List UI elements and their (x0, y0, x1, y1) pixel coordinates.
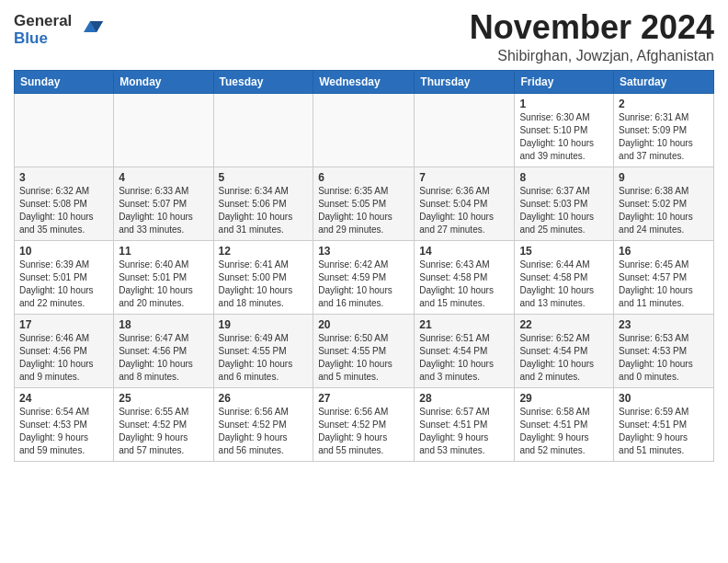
logo-text: General Blue (14, 13, 104, 47)
weekday-header-saturday: Saturday (614, 70, 714, 93)
calendar-cell: 25Sunrise: 6:55 AMSunset: 4:52 PMDayligh… (114, 387, 213, 461)
day-info: Sunrise: 6:51 AMSunset: 4:54 PMDaylight:… (419, 332, 509, 384)
day-number: 4 (119, 171, 208, 184)
day-info: Sunrise: 6:55 AMSunset: 4:52 PMDaylight:… (119, 406, 208, 457)
day-info: Sunrise: 6:31 AMSunset: 5:09 PMDaylight:… (619, 111, 709, 163)
calendar-cell (213, 93, 313, 167)
calendar-cell: 24Sunrise: 6:54 AMSunset: 4:53 PMDayligh… (15, 387, 114, 461)
day-info: Sunrise: 6:37 AMSunset: 5:03 PMDaylight:… (519, 185, 609, 236)
day-number: 27 (318, 392, 409, 405)
calendar-cell (15, 93, 114, 167)
day-number: 1 (519, 98, 609, 110)
day-info: Sunrise: 6:35 AMSunset: 5:05 PMDaylight:… (318, 185, 409, 236)
calendar-cell: 5Sunrise: 6:34 AMSunset: 5:06 PMDaylight… (213, 167, 313, 240)
day-info: Sunrise: 6:45 AMSunset: 4:57 PMDaylight:… (619, 259, 709, 310)
day-number: 16 (619, 245, 709, 258)
calendar-cell: 29Sunrise: 6:58 AMSunset: 4:51 PMDayligh… (515, 387, 614, 461)
day-number: 25 (119, 392, 208, 405)
day-info: Sunrise: 6:36 AMSunset: 5:04 PMDaylight:… (419, 185, 509, 236)
calendar-cell: 23Sunrise: 6:53 AMSunset: 4:53 PMDayligh… (614, 314, 714, 387)
calendar-cell: 13Sunrise: 6:42 AMSunset: 4:59 PMDayligh… (313, 240, 415, 314)
calendar-cell: 6Sunrise: 6:35 AMSunset: 5:05 PMDaylight… (313, 167, 415, 240)
calendar-header-row: SundayMondayTuesdayWednesdayThursdayFrid… (15, 70, 714, 93)
day-number: 29 (519, 392, 609, 405)
day-info: Sunrise: 6:30 AMSunset: 5:10 PMDaylight:… (519, 111, 609, 163)
day-info: Sunrise: 6:50 AMSunset: 4:55 PMDaylight:… (318, 332, 409, 384)
day-number: 12 (219, 245, 309, 258)
day-info: Sunrise: 6:53 AMSunset: 4:53 PMDaylight:… (619, 332, 709, 384)
calendar-cell: 21Sunrise: 6:51 AMSunset: 4:54 PMDayligh… (415, 314, 515, 387)
calendar-cell: 27Sunrise: 6:56 AMSunset: 4:52 PMDayligh… (313, 387, 415, 461)
calendar-cell: 19Sunrise: 6:49 AMSunset: 4:55 PMDayligh… (213, 314, 313, 387)
calendar-cell: 1Sunrise: 6:30 AMSunset: 5:10 PMDaylight… (515, 93, 614, 167)
calendar-cell (313, 93, 415, 167)
calendar-cell: 30Sunrise: 6:59 AMSunset: 4:51 PMDayligh… (614, 387, 714, 461)
day-number: 7 (419, 171, 509, 184)
calendar-cell: 18Sunrise: 6:47 AMSunset: 4:56 PMDayligh… (114, 314, 213, 387)
location-title: Shibirghan, Jowzjan, Afghanistan (470, 48, 714, 64)
day-info: Sunrise: 6:54 AMSunset: 4:53 PMDaylight:… (19, 406, 108, 457)
day-number: 22 (519, 318, 609, 331)
day-info: Sunrise: 6:46 AMSunset: 4:56 PMDaylight:… (19, 332, 108, 384)
day-info: Sunrise: 6:57 AMSunset: 4:51 PMDaylight:… (419, 406, 509, 457)
logo-icon (76, 12, 104, 40)
day-number: 9 (619, 171, 709, 184)
calendar-cell: 15Sunrise: 6:44 AMSunset: 4:58 PMDayligh… (515, 240, 614, 314)
calendar-cell: 16Sunrise: 6:45 AMSunset: 4:57 PMDayligh… (614, 240, 714, 314)
calendar-cell: 14Sunrise: 6:43 AMSunset: 4:58 PMDayligh… (415, 240, 515, 314)
calendar-week-row: 3Sunrise: 6:32 AMSunset: 5:08 PMDaylight… (15, 167, 714, 240)
logo-general: General (14, 12, 72, 29)
day-info: Sunrise: 6:56 AMSunset: 4:52 PMDaylight:… (318, 406, 409, 457)
day-number: 26 (219, 392, 309, 405)
weekday-header-sunday: Sunday (15, 70, 114, 93)
calendar-cell (415, 93, 515, 167)
calendar-cell: 28Sunrise: 6:57 AMSunset: 4:51 PMDayligh… (415, 387, 515, 461)
day-info: Sunrise: 6:42 AMSunset: 4:59 PMDaylight:… (318, 259, 409, 310)
day-info: Sunrise: 6:33 AMSunset: 5:07 PMDaylight:… (119, 185, 208, 236)
day-number: 3 (19, 171, 108, 184)
day-number: 28 (419, 392, 509, 405)
day-number: 2 (619, 98, 709, 110)
calendar-cell: 20Sunrise: 6:50 AMSunset: 4:55 PMDayligh… (313, 314, 415, 387)
day-number: 17 (19, 318, 108, 331)
day-info: Sunrise: 6:32 AMSunset: 5:08 PMDaylight:… (19, 185, 108, 236)
header: General Blue November 2024 Shibirghan, J… (14, 9, 714, 64)
day-info: Sunrise: 6:44 AMSunset: 4:58 PMDaylight:… (519, 259, 609, 310)
calendar-cell (114, 93, 213, 167)
calendar-cell: 22Sunrise: 6:52 AMSunset: 4:54 PMDayligh… (515, 314, 614, 387)
weekday-header-friday: Friday (515, 70, 614, 93)
weekday-header-thursday: Thursday (415, 70, 515, 93)
month-title: November 2024 (470, 9, 714, 46)
weekday-header-tuesday: Tuesday (213, 70, 313, 93)
day-info: Sunrise: 6:58 AMSunset: 4:51 PMDaylight:… (519, 406, 609, 457)
calendar-cell: 2Sunrise: 6:31 AMSunset: 5:09 PMDaylight… (614, 93, 714, 167)
day-number: 13 (318, 245, 409, 258)
day-number: 21 (419, 318, 509, 331)
day-info: Sunrise: 6:56 AMSunset: 4:52 PMDaylight:… (219, 406, 309, 457)
calendar-cell: 3Sunrise: 6:32 AMSunset: 5:08 PMDaylight… (15, 167, 114, 240)
calendar-cell: 11Sunrise: 6:40 AMSunset: 5:01 PMDayligh… (114, 240, 213, 314)
calendar-cell: 12Sunrise: 6:41 AMSunset: 5:00 PMDayligh… (213, 240, 313, 314)
weekday-header-monday: Monday (114, 70, 213, 93)
calendar-cell: 8Sunrise: 6:37 AMSunset: 5:03 PMDaylight… (515, 167, 614, 240)
day-info: Sunrise: 6:52 AMSunset: 4:54 PMDaylight:… (519, 332, 609, 384)
day-number: 24 (19, 392, 108, 405)
day-info: Sunrise: 6:38 AMSunset: 5:02 PMDaylight:… (619, 185, 709, 236)
calendar-week-row: 10Sunrise: 6:39 AMSunset: 5:01 PMDayligh… (15, 240, 714, 314)
day-number: 18 (119, 318, 208, 331)
calendar-week-row: 24Sunrise: 6:54 AMSunset: 4:53 PMDayligh… (15, 387, 714, 461)
day-number: 19 (219, 318, 309, 331)
day-info: Sunrise: 6:40 AMSunset: 5:01 PMDaylight:… (119, 259, 208, 310)
day-info: Sunrise: 6:43 AMSunset: 4:58 PMDaylight:… (419, 259, 509, 310)
day-info: Sunrise: 6:59 AMSunset: 4:51 PMDaylight:… (619, 406, 709, 457)
calendar-cell: 7Sunrise: 6:36 AMSunset: 5:04 PMDaylight… (415, 167, 515, 240)
day-info: Sunrise: 6:39 AMSunset: 5:01 PMDaylight:… (19, 259, 108, 310)
calendar-week-row: 17Sunrise: 6:46 AMSunset: 4:56 PMDayligh… (15, 314, 714, 387)
day-info: Sunrise: 6:47 AMSunset: 4:56 PMDaylight:… (119, 332, 208, 384)
day-number: 20 (318, 318, 409, 331)
calendar-table: SundayMondayTuesdayWednesdayThursdayFrid… (14, 70, 714, 462)
day-number: 11 (119, 245, 208, 258)
title-block: November 2024 Shibirghan, Jowzjan, Afgha… (470, 9, 714, 64)
day-number: 6 (318, 171, 409, 184)
calendar-cell: 17Sunrise: 6:46 AMSunset: 4:56 PMDayligh… (15, 314, 114, 387)
